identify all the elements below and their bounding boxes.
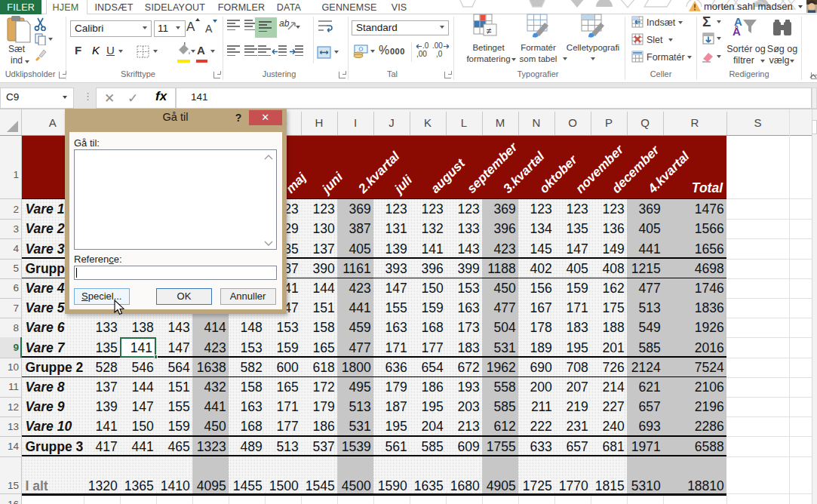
svg-text:≠: ≠ (487, 26, 492, 36)
